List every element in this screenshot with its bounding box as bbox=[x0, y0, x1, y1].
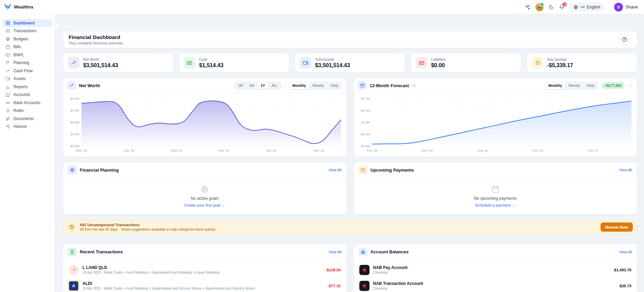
user-name: Shane bbox=[626, 5, 638, 9]
sidebar-item-label: Advisor bbox=[14, 124, 27, 129]
review-now-button[interactable]: Review Now bbox=[601, 222, 633, 232]
upcoming-payments-card: Upcoming Payments View All No upcoming p… bbox=[354, 162, 638, 215]
sidebar-item-label: Transactions bbox=[14, 28, 37, 33]
range-option-1m[interactable]: 1M bbox=[235, 82, 246, 89]
range-option-1y[interactable]: 1Y bbox=[258, 82, 268, 89]
target-icon bbox=[200, 185, 209, 194]
payments-view-all-link[interactable]: View All bbox=[619, 168, 632, 172]
sidebar-item-documents[interactable]: Documents bbox=[3, 115, 52, 123]
planning-empty-state: No active goals Create your first goal → bbox=[63, 178, 346, 214]
stat-card-cash[interactable]: Cash$1,514.43 bbox=[179, 53, 289, 73]
stat-texts: Net Worth$3,501,514.43 bbox=[83, 57, 118, 69]
sidebar-item-advisor[interactable]: Advisor bbox=[3, 123, 52, 131]
transaction-row[interactable]: L LAND QLD10 Apr 2026 · Retail Trade > F… bbox=[69, 262, 341, 278]
transaction-amount: -$77.32 bbox=[327, 284, 341, 288]
stat-card-liabilities[interactable]: Liabilities$0.00 bbox=[411, 53, 521, 73]
sidebar-item-transactions[interactable]: Transactions bbox=[3, 27, 52, 35]
info-icon[interactable] bbox=[412, 83, 416, 87]
credit-card-icon bbox=[416, 57, 427, 69]
sidebar-item-bnpl[interactable]: BNPL bbox=[3, 51, 52, 59]
sidebar-item-label: BNPL bbox=[14, 53, 24, 57]
y-tick-label: $3.5M bbox=[361, 144, 370, 148]
sidebar-item-reports[interactable]: Reports bbox=[3, 83, 52, 91]
forecast-granularity-option-weekly[interactable]: Weekly bbox=[565, 82, 583, 89]
payments-empty-text: No upcoming payments bbox=[474, 196, 517, 201]
sidebar-item-label: Cash Flow bbox=[14, 69, 33, 73]
accounts-view-all-link[interactable]: View All bbox=[619, 250, 632, 254]
language-selector[interactable]: GB English bbox=[569, 3, 604, 12]
transactions-view-all-link[interactable]: View All bbox=[328, 250, 341, 254]
chevron-right-icon bbox=[628, 83, 633, 88]
stat-value: $1,514.43 bbox=[199, 62, 224, 69]
sidebar-item-bills[interactable]: Bills bbox=[3, 43, 52, 51]
x-tick-label: Aug '26 bbox=[477, 149, 488, 152]
banknote-icon bbox=[184, 57, 195, 69]
stat-texts: Liabilities$0.00 bbox=[431, 57, 446, 69]
user-menu[interactable]: S Shane bbox=[614, 3, 638, 12]
credit-card-icon bbox=[5, 53, 11, 58]
sidebar-item-dashboard[interactable]: Dashboard bbox=[3, 19, 52, 27]
forecast-area-chart bbox=[372, 97, 632, 147]
planning-empty-text: No active goals bbox=[191, 196, 219, 201]
sidebar-item-cash-flow[interactable]: Cash Flow bbox=[3, 67, 52, 75]
sidebar-item-label: Rules bbox=[14, 108, 24, 113]
range-option-all[interactable]: ALL bbox=[268, 82, 281, 89]
granularity-option-monthly[interactable]: Monthly bbox=[289, 82, 309, 89]
mood-avatar-button[interactable] bbox=[535, 3, 544, 11]
topbar-divider bbox=[609, 4, 609, 11]
x-tick-label: July '25 bbox=[124, 149, 134, 152]
help-button[interactable] bbox=[619, 35, 629, 45]
transactions-title: Recent Transactions bbox=[80, 249, 123, 254]
granularity-option-weekly[interactable]: Weekly bbox=[309, 82, 327, 89]
net-worth-range-toggle: 1M6M1YALL bbox=[234, 81, 282, 90]
forecast-x-axis: Feb '26May '26Aug '26Nov '26Feb '27 bbox=[372, 148, 632, 154]
sparkles-icon bbox=[5, 124, 11, 129]
panels-row: Financial Planning View All No active go… bbox=[63, 162, 637, 215]
y-tick-label: $3.6M bbox=[361, 120, 370, 124]
sidebar-item-accounts[interactable]: Accounts bbox=[3, 91, 52, 99]
dark-mode-button[interactable] bbox=[548, 4, 554, 10]
sidebar-item-bank-accounts[interactable]: Bank Accounts bbox=[3, 99, 52, 107]
granularity-option-daily[interactable]: Daily bbox=[327, 82, 341, 89]
recent-transactions-card: Recent Transactions View All L LAND QLD1… bbox=[63, 244, 347, 292]
piggy-bank-icon bbox=[532, 57, 543, 69]
banner-subtitle: 30 from the last 30 days · Smart suggest… bbox=[80, 227, 215, 231]
create-goal-link[interactable]: Create your first goal → bbox=[184, 203, 225, 207]
forecast-granularity-option-monthly[interactable]: Monthly bbox=[545, 82, 565, 89]
x-tick-label: Feb '27 bbox=[588, 149, 598, 152]
stat-cards-row: Net Worth$3,501,514.43Cash$1,514.43Total… bbox=[63, 53, 637, 73]
sidebar-item-budgets[interactable]: Budgets bbox=[3, 35, 52, 43]
transaction-row[interactable]: AALDI10 Apr 2026 · Retail Trade > Food R… bbox=[69, 278, 341, 292]
account-row[interactable]: ✱NAB Pay AccountChecking$1,493.70 bbox=[359, 262, 632, 278]
forecast-next-button[interactable] bbox=[628, 83, 633, 88]
y-tick-label: $3.5M bbox=[71, 120, 79, 124]
stat-card-avg-savings[interactable]: Avg Savings-$5,339.17 bbox=[527, 53, 637, 73]
stat-card-net-worth[interactable]: Net Worth$3,501,514.43 bbox=[63, 53, 173, 73]
planning-title: Financial Planning bbox=[80, 168, 119, 173]
forecast-granularity-toggle: MonthlyWeeklyDaily bbox=[545, 81, 598, 90]
stat-texts: Avg Savings-$5,339.17 bbox=[547, 57, 573, 69]
transaction-name: ALDI bbox=[82, 281, 255, 286]
account-balance: $20.73 bbox=[620, 284, 631, 288]
grid-icon bbox=[5, 21, 11, 26]
transaction-meta: 10 Apr 2026 · Retail Trade > Food Retail… bbox=[82, 287, 255, 290]
x-tick-label: Feb '26 bbox=[367, 149, 377, 152]
banknote-icon bbox=[5, 28, 11, 34]
sidebar-collapse-button[interactable] bbox=[52, 22, 59, 29]
planning-view-all-link[interactable]: View All bbox=[328, 168, 341, 172]
forecast-granularity-option-daily[interactable]: Daily bbox=[584, 82, 598, 89]
sidebar-item-assets[interactable]: Assets bbox=[3, 75, 52, 83]
sidebar-item-planning[interactable]: Planning bbox=[3, 59, 52, 67]
account-row[interactable]: ✱NAB Transaction AccountChecking$20.73 bbox=[359, 278, 632, 292]
notifications-button[interactable]: 3 bbox=[559, 4, 565, 10]
sidebar-item-rules[interactable]: Rules bbox=[3, 107, 52, 115]
trend-up-icon bbox=[5, 69, 11, 74]
sidebar-item-label: Assets bbox=[14, 76, 26, 81]
ai-sparkles-button[interactable] bbox=[525, 4, 531, 10]
wealthra-logo-icon bbox=[4, 3, 11, 11]
schedule-payment-link[interactable]: Schedule a payment → bbox=[475, 203, 516, 207]
stat-card-total-assets[interactable]: Total Assets$3,501,514.43 bbox=[295, 53, 405, 73]
range-option-6m[interactable]: 6M bbox=[246, 82, 258, 89]
language-code: GB bbox=[580, 5, 585, 8]
stat-label: Avg Savings bbox=[547, 57, 573, 61]
